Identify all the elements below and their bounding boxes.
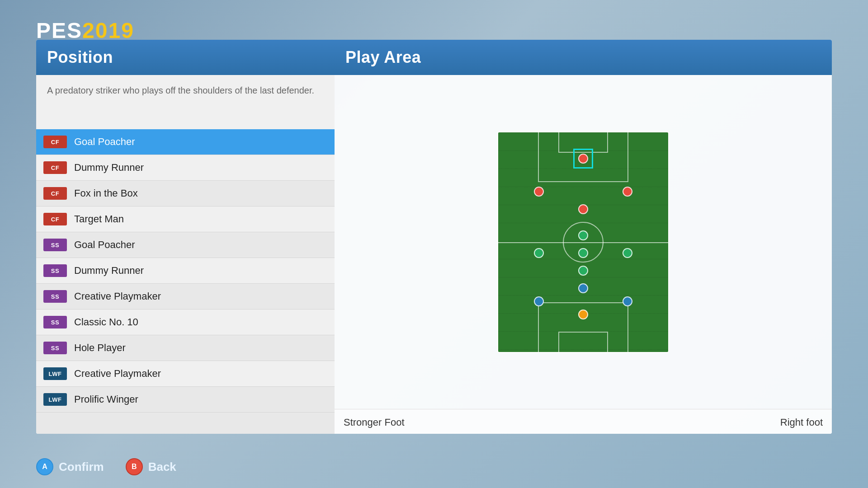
position-item-label: Creative Playmaker <box>74 291 161 302</box>
football-pitch <box>497 131 669 353</box>
position-item[interactable]: CF Goal Poacher <box>36 129 335 155</box>
game-logo: PES 2019 <box>36 18 134 43</box>
position-badge: CF <box>43 136 67 148</box>
position-item-label: Target Man <box>74 213 124 225</box>
position-item-label: Dummy Runner <box>74 162 144 174</box>
position-list[interactable]: CF Goal Poacher CF Dummy Runner CF Fox i… <box>36 129 335 434</box>
main-panels: Position A predatory striker who plays o… <box>36 40 832 434</box>
position-item[interactable]: CF Fox in the Box <box>36 181 335 206</box>
play-area-title: Play Area <box>345 48 421 66</box>
pitch-container <box>342 82 825 402</box>
position-item-label: Dummy Runner <box>74 265 144 277</box>
play-area-panel-header: Play Area <box>335 40 832 75</box>
position-item[interactable]: SS Dummy Runner <box>36 258 335 284</box>
play-area-panel: Play Area Stronger Foot Right foot <box>335 40 832 434</box>
player-dot <box>623 187 632 197</box>
logo-year: 2019 <box>82 18 134 43</box>
position-description: A predatory striker who plays off the sh… <box>36 75 335 129</box>
player-dot <box>578 283 588 293</box>
position-badge: SS <box>43 316 67 328</box>
play-area-content <box>335 75 832 409</box>
position-item[interactable]: LWF Prolific Winger <box>36 387 335 413</box>
position-item-label: Prolific Winger <box>74 394 138 405</box>
position-item-label: Fox in the Box <box>74 188 138 199</box>
player-dot <box>578 266 588 276</box>
position-item-label: Goal Poacher <box>74 136 135 148</box>
position-item-label: Creative Playmaker <box>74 368 161 380</box>
stronger-foot-label: Stronger Foot <box>344 417 405 428</box>
back-label: Back <box>148 460 176 474</box>
player-dot <box>578 204 588 214</box>
player-dot <box>578 230 588 240</box>
position-item[interactable]: LWF Creative Playmaker <box>36 361 335 387</box>
position-badge: CF <box>43 161 67 174</box>
a-button-icon: A <box>36 458 53 475</box>
stronger-foot-value: Right foot <box>780 417 823 428</box>
player-dot <box>534 187 544 197</box>
position-badge: SS <box>43 239 67 251</box>
position-badge: SS <box>43 342 67 354</box>
position-title: Position <box>47 48 113 66</box>
position-badge: LWF <box>43 367 67 380</box>
position-item[interactable]: CF Target Man <box>36 206 335 232</box>
position-item-label: Classic No. 10 <box>74 316 138 328</box>
position-item[interactable]: SS Hole Player <box>36 335 335 361</box>
player-dot <box>623 248 632 258</box>
position-item-label: Hole Player <box>74 342 126 354</box>
position-badge: SS <box>43 264 67 277</box>
player-dot <box>578 310 588 319</box>
position-panel-header: Position <box>36 40 335 75</box>
goal-area-bottom <box>558 332 608 352</box>
logo-pes: PES <box>36 18 82 43</box>
player-dot <box>578 154 588 164</box>
player-dot <box>623 296 632 306</box>
player-dot <box>534 296 544 306</box>
position-item[interactable]: CF Dummy Runner <box>36 155 335 181</box>
position-item[interactable]: SS Creative Playmaker <box>36 284 335 310</box>
position-badge: LWF <box>43 393 67 406</box>
confirm-button[interactable]: A Confirm <box>36 458 104 475</box>
b-button-icon: B <box>126 458 143 475</box>
position-badge: CF <box>43 187 67 200</box>
confirm-label: Confirm <box>59 460 104 474</box>
position-badge: CF <box>43 213 67 225</box>
position-badge: SS <box>43 290 67 303</box>
bottom-bar: A Confirm B Back <box>36 458 176 475</box>
position-item[interactable]: SS Classic No. 10 <box>36 310 335 335</box>
player-dot <box>534 248 544 258</box>
play-area-footer: Stronger Foot Right foot <box>335 409 832 434</box>
player-dot <box>578 248 588 258</box>
position-panel: Position A predatory striker who plays o… <box>36 40 335 434</box>
back-button[interactable]: B Back <box>126 458 176 475</box>
position-item[interactable]: SS Goal Poacher <box>36 232 335 258</box>
position-item-label: Goal Poacher <box>74 239 135 251</box>
